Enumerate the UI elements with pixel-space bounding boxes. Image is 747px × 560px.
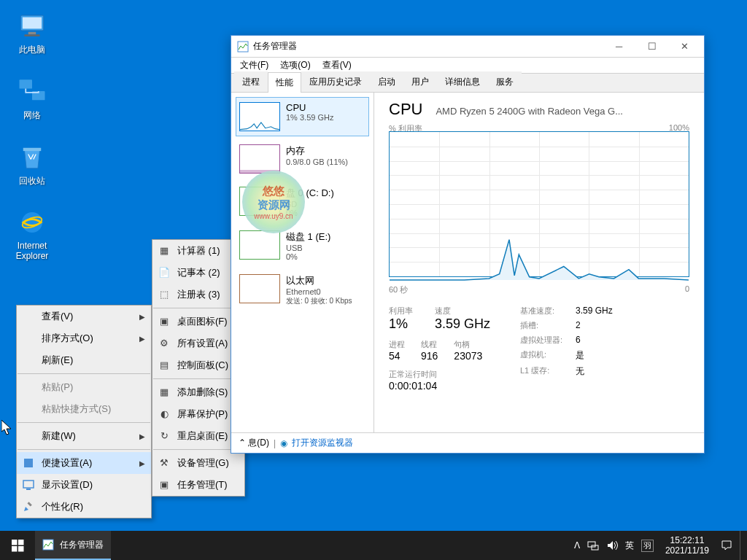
sidebar-ethernet[interactable]: 以太网Ethernet0发送: 0 接收: 0 Kbps [236, 269, 369, 311]
sidebar-cpu[interactable]: CPU1% 3.59 GHz [236, 97, 369, 136]
chevron-right-icon: ▶ [139, 432, 145, 440]
svg-rect-10 [23, 481, 34, 488]
app-icon [237, 41, 249, 52]
display-icon [23, 479, 34, 491]
taskbar: 任务管理器 ᐱ 英 羽 15:22:11 2021/11/19 [0, 531, 747, 560]
statusbar: ⌃ 息(D) | ◉ 打开资源监视器 [231, 432, 704, 453]
ctx-personalize[interactable]: 个性化(R) [17, 496, 151, 518]
ctx-display-settings[interactable]: 显示设置(D) [17, 474, 151, 496]
menu-file[interactable]: 文件(F) [234, 58, 274, 73]
tray-action-center-icon[interactable] [721, 540, 732, 551]
taskbar-task-manager[interactable]: 任务管理器 [35, 531, 111, 560]
tab-app-history[interactable]: 应用历史记录 [301, 71, 370, 92]
calculator-icon: ▦ [158, 245, 170, 257]
desktop-icon-recycle-bin[interactable]: 回收站 [4, 141, 60, 187]
ctx-paste-shortcut: 粘贴快捷方式(S) [17, 398, 151, 420]
desktop-context-menu: 查看(V)▶ 排序方式(O)▶ 刷新(E) 粘贴(P) 粘贴快捷方式(S) 新建… [16, 305, 152, 518]
settings-icon [23, 457, 34, 469]
tray-ime2[interactable]: 羽 [641, 540, 654, 552]
stat-speed: 3.59 GHz [435, 316, 490, 332]
chevron-right-icon: ▶ [139, 335, 145, 343]
device-manager-icon: ⚒ [158, 457, 170, 469]
stat-handles: 23073 [454, 350, 482, 362]
svg-rect-16 [12, 546, 18, 552]
task-manager-icon [42, 539, 54, 551]
sidebar-memory[interactable]: 内存0.9/8.0 GB (11%) [236, 139, 369, 179]
separator [18, 373, 150, 374]
svg-point-7 [22, 212, 42, 233]
tab-services[interactable]: 服务 [488, 71, 522, 92]
control-panel-icon: ▤ [158, 359, 170, 371]
memory-thumb-icon [239, 144, 280, 174]
fewer-details[interactable]: ⌃ 息(D) [239, 437, 269, 449]
perf-title: CPU [389, 100, 422, 119]
cpu-line [390, 132, 689, 281]
desktop-icon-this-pc[interactable]: 此电脑 [4, 10, 60, 56]
tab-processes[interactable]: 进程 [234, 71, 268, 92]
desktop-icon-ie[interactable]: Internet Explorer [4, 207, 60, 261]
desktop-icon-label: Internet Explorer [4, 241, 60, 261]
chart-label-br: 0 [685, 284, 689, 295]
sub-task-manager[interactable]: ▣任务管理(T) [152, 474, 244, 496]
resmon-icon: ◉ [280, 438, 287, 448]
show-desktop-button[interactable] [740, 531, 744, 560]
separator [18, 449, 150, 450]
stat-utilization: 1% [389, 316, 413, 332]
network-icon [17, 76, 47, 106]
pc-icon [17, 10, 47, 41]
close-button[interactable]: ✕ [668, 36, 701, 57]
tray-ime[interactable]: 英 [625, 540, 634, 552]
svg-rect-14 [12, 540, 18, 545]
ctx-sort[interactable]: 排序方式(O)▶ [17, 327, 151, 349]
svg-rect-13 [238, 42, 248, 52]
ctx-new[interactable]: 新建(W)▶ [17, 425, 151, 447]
personalize-icon [23, 501, 34, 513]
stat-uptime: 0:00:01:04 [389, 380, 513, 392]
desktop-icon-network[interactable]: 网络 [4, 76, 60, 122]
tab-details[interactable]: 详细信息 [437, 71, 488, 92]
tray-volume-icon[interactable] [606, 540, 618, 551]
chart-label-bl: 60 秒 [389, 284, 408, 295]
all-settings-icon: ⚙ [158, 338, 170, 349]
svg-rect-18 [43, 540, 53, 550]
desktop-icon-label: 网络 [4, 109, 60, 122]
svg-rect-2 [28, 32, 36, 35]
svg-rect-17 [18, 546, 24, 552]
chevron-up-icon: ⌃ [239, 438, 246, 448]
sidebar-disk0[interactable]: 盘 0 (C: D:)SD0% [236, 182, 369, 222]
ctx-quick-settings[interactable]: 便捷设置(A)▶ [17, 452, 151, 474]
tab-startup[interactable]: 启动 [370, 71, 403, 92]
svg-rect-9 [24, 459, 33, 467]
ctx-refresh[interactable]: 刷新(E) [17, 349, 151, 371]
tab-performance[interactable]: 性能 [268, 72, 301, 93]
task-manager-icon: ▣ [158, 479, 170, 491]
performance-sidebar: CPU1% 3.59 GHz 内存0.9/8.0 GB (11%) 盘 0 (C… [231, 93, 374, 432]
task-manager-window: 任务管理器 ─ ☐ ✕ 文件(F) 选项(O) 查看(V) 进程 性能 应用历史… [231, 35, 705, 454]
desktop-icon-label: 此电脑 [4, 44, 60, 56]
open-resource-monitor[interactable]: 打开资源监视器 [292, 437, 353, 449]
tab-users[interactable]: 用户 [403, 71, 437, 92]
menu-view[interactable]: 查看(V) [317, 58, 357, 73]
tray-network-icon[interactable] [587, 540, 599, 551]
svg-rect-3 [25, 34, 40, 36]
titlebar[interactable]: 任务管理器 ─ ☐ ✕ [231, 36, 704, 58]
notepad-icon: 📄 [158, 267, 170, 279]
ctx-view[interactable]: 查看(V)▶ [17, 306, 151, 327]
menu-options[interactable]: 选项(O) [274, 58, 316, 73]
desktop-icons-icon: ▣ [158, 316, 170, 327]
screensaver-icon: ◐ [158, 408, 170, 420]
minimize-button[interactable]: ─ [603, 36, 635, 57]
add-remove-icon: ▦ [158, 386, 170, 398]
sub-device-manager[interactable]: ⚒设备管理(G) [152, 452, 244, 474]
stat-threads: 916 [421, 350, 438, 362]
cpu-thumb-icon [239, 102, 280, 131]
maximize-button[interactable]: ☐ [635, 36, 668, 57]
sidebar-disk1[interactable]: 磁盘 1 (E:)USB0% [236, 225, 369, 266]
tray-overflow-icon[interactable]: ᐱ [574, 540, 580, 551]
cursor-icon [1, 420, 15, 436]
svg-rect-12 [27, 502, 31, 506]
registry-icon: ⬚ [158, 289, 170, 300]
tray-clock[interactable]: 15:22:11 2021/11/19 [661, 535, 713, 556]
svg-rect-11 [26, 489, 31, 490]
start-button[interactable] [0, 531, 35, 560]
